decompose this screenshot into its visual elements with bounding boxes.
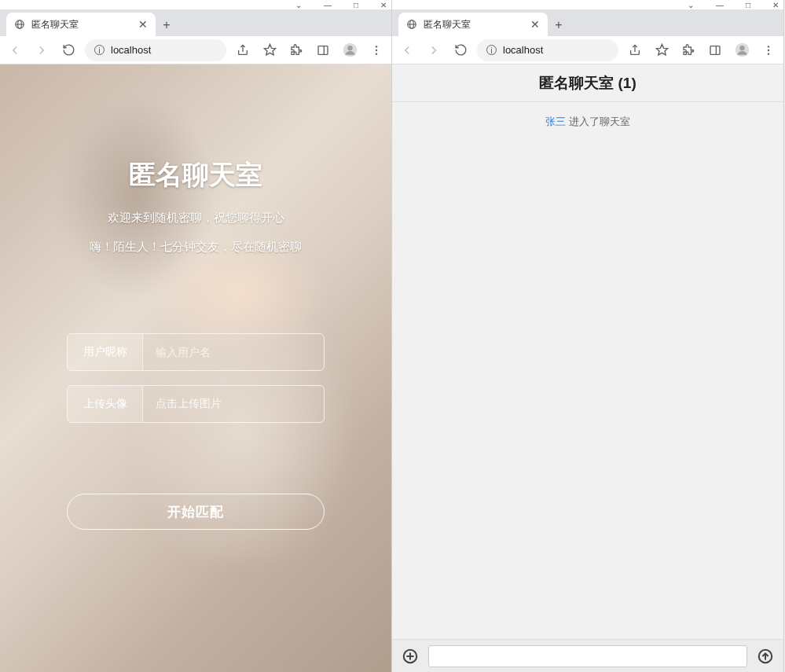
app-title: 匿名聊天室 [129,157,262,193]
sysmsg-user: 张三 [545,116,566,127]
caret-icon: ⌄ [295,1,302,9]
menu-icon[interactable] [758,40,779,61]
extensions-icon[interactable] [678,40,699,61]
url-text: localhost [111,44,151,56]
url-input[interactable]: i localhost [477,39,618,61]
svg-point-23 [768,53,769,54]
nickname-input[interactable] [156,346,311,358]
add-attachment-button[interactable] [400,646,420,666]
new-tab-button[interactable]: + [548,14,570,36]
browser-tab[interactable]: 匿名聊天室 ✕ [398,13,548,36]
window-titlebar: ⌄ ― □ ✕ [392,0,783,9]
side-panel-icon[interactable] [313,40,333,61]
svg-marker-16 [656,44,667,54]
minimize-icon[interactable]: ― [716,1,724,9]
reload-button[interactable] [58,40,79,61]
star-icon[interactable] [651,40,672,61]
avatar-label: 上传头像 [68,386,143,422]
message-input[interactable] [428,645,747,667]
profile-icon[interactable] [339,40,360,61]
svg-point-9 [376,46,377,47]
url-input[interactable]: i localhost [85,39,226,61]
svg-point-10 [376,49,377,50]
forward-button[interactable] [31,40,52,61]
svg-point-21 [768,46,769,47]
subtitle-1: 欢迎来到随机密聊，祝您聊得开心 [108,211,284,226]
side-panel-icon[interactable] [705,40,725,61]
minimize-icon[interactable]: ― [324,1,332,9]
site-info-icon[interactable]: i [94,45,105,55]
system-message: 张三 进入了聊天室 [392,115,783,129]
forward-button[interactable] [424,40,444,61]
new-tab-button[interactable]: + [156,14,178,36]
svg-point-8 [347,46,352,50]
maximize-icon[interactable]: □ [746,1,750,9]
tab-strip: 匿名聊天室 ✕ + [392,9,783,36]
avatar-upload[interactable]: 点击上传图片 [143,386,324,422]
message-input-bar [392,639,783,672]
window-titlebar: ⌄ ― □ ✕ [0,0,391,9]
close-icon[interactable]: ✕ [138,18,148,31]
caret-icon: ⌄ [688,1,694,9]
svg-marker-4 [264,44,275,54]
menu-icon[interactable] [366,40,387,61]
svg-rect-5 [318,46,328,54]
globe-icon [14,19,25,30]
room-title: 匿名聊天室 (1) [392,64,783,102]
maximize-icon[interactable]: □ [354,1,358,9]
star-icon[interactable] [259,40,280,61]
tab-title: 匿名聊天室 [424,18,524,31]
back-button[interactable] [397,40,417,61]
url-text: localhost [503,44,543,56]
tab-title: 匿名聊天室 [31,18,132,31]
chat-room-page: 匿名聊天室 (1) 张三 进入了聊天室 [392,64,783,672]
back-button[interactable] [5,40,25,61]
svg-rect-17 [710,46,720,54]
site-info-icon[interactable]: i [486,45,497,55]
globe-icon [406,19,417,30]
close-window-icon[interactable]: ✕ [772,1,779,9]
share-icon[interactable] [233,40,253,61]
reload-button[interactable] [450,40,471,61]
svg-point-22 [768,49,769,50]
nickname-field: 用户昵称 [67,333,325,371]
login-page: 匿名聊天室 欢迎来到随机密聊，祝您聊得开心 嗨！陌生人！七分钟交友，尽在随机密聊… [0,64,391,672]
share-icon[interactable] [625,40,645,61]
browser-tab[interactable]: 匿名聊天室 ✕ [6,13,156,36]
address-bar: i localhost [392,36,783,64]
browser-window-left: ⌄ ― □ ✕ 匿名聊天室 ✕ + i localhost 匿名聊天室 欢迎来到… [0,0,392,672]
browser-window-right: ⌄ ― □ ✕ 匿名聊天室 ✕ + i localhost 匿名聊天室 (1) … [392,0,784,672]
subtitle-2: 嗨！陌生人！七分钟交友，尽在随机密聊 [90,240,302,255]
tab-strip: 匿名聊天室 ✕ + [0,9,391,36]
close-window-icon[interactable]: ✕ [380,1,387,9]
close-icon[interactable]: ✕ [530,18,540,31]
start-match-button[interactable]: 开始匹配 [67,494,325,530]
address-bar: i localhost [0,36,391,64]
svg-point-11 [376,53,377,54]
message-area: 张三 进入了聊天室 [392,102,783,639]
nickname-label: 用户昵称 [68,334,143,370]
sysmsg-text: 进入了聊天室 [566,116,630,127]
avatar-field: 上传头像 点击上传图片 [67,385,325,423]
profile-icon[interactable] [732,40,752,61]
svg-point-20 [739,46,744,50]
extensions-icon[interactable] [286,40,306,61]
send-button[interactable] [755,646,776,666]
